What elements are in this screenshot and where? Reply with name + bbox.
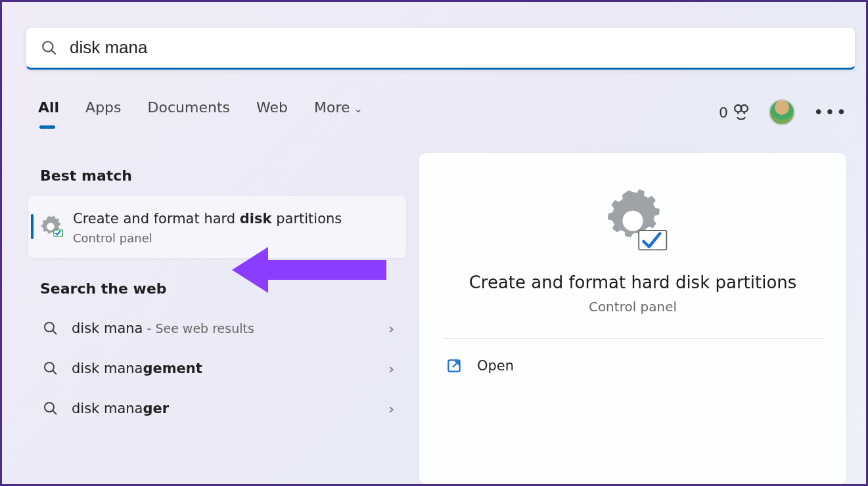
search-icon <box>43 401 58 416</box>
svg-point-8 <box>45 363 54 372</box>
open-action[interactable]: Open <box>439 339 827 393</box>
svg-line-9 <box>53 371 57 375</box>
search-icon <box>41 39 58 56</box>
header-right: 0 ••• <box>719 99 848 125</box>
rewards-badge[interactable]: 0 <box>719 103 750 121</box>
section-search-web: Search the web <box>40 280 406 297</box>
svg-line-1 <box>52 50 56 54</box>
best-match-subtitle: Control panel <box>73 231 342 245</box>
tab-web[interactable]: Web <box>256 99 288 127</box>
web-result-text: disk manager <box>72 401 375 416</box>
detail-title: Create and format hard disk partitions <box>439 273 827 292</box>
svg-point-12 <box>622 211 643 231</box>
tab-apps[interactable]: Apps <box>85 99 121 127</box>
search-bar[interactable] <box>26 27 856 70</box>
results-column: Best match Create and format hard disk p… <box>28 160 406 429</box>
search-icon <box>43 361 58 376</box>
svg-point-10 <box>45 403 54 412</box>
svg-point-6 <box>45 322 54 332</box>
open-label: Open <box>477 358 514 374</box>
tab-more[interactable]: More⌄ <box>314 99 363 127</box>
control-panel-gear-icon <box>37 213 64 240</box>
detail-panel: Create and format hard disk partitions C… <box>419 153 846 484</box>
search-icon <box>43 320 58 336</box>
tab-documents[interactable]: Documents <box>148 99 230 127</box>
best-match-title: Create and format hard disk partitions <box>73 209 342 230</box>
filter-tabs: All Apps Documents Web More⌄ <box>38 99 363 127</box>
chevron-right-icon: › <box>388 320 394 337</box>
svg-line-11 <box>53 411 57 415</box>
web-result-2[interactable]: disk manager › <box>28 389 406 429</box>
detail-subtitle: Control panel <box>439 299 827 315</box>
svg-point-0 <box>43 41 53 51</box>
control-panel-gear-icon <box>597 187 669 259</box>
web-result-text: disk management <box>72 361 375 376</box>
web-result-1[interactable]: disk management › <box>28 349 406 389</box>
trophy-icon <box>732 103 750 121</box>
chevron-right-icon: › <box>388 401 394 417</box>
chevron-down-icon: ⌄ <box>354 102 363 115</box>
avatar[interactable] <box>769 99 795 125</box>
section-best-match: Best match <box>40 167 406 184</box>
svg-line-7 <box>53 331 57 335</box>
web-result-0[interactable]: disk mana - See web results › <box>28 309 406 349</box>
best-match-item[interactable]: Create and format hard disk partitions C… <box>28 196 406 258</box>
tab-all[interactable]: All <box>38 99 59 127</box>
open-external-icon <box>445 357 463 374</box>
web-result-text: disk mana - See web results <box>72 320 375 336</box>
more-options-button[interactable]: ••• <box>813 102 848 122</box>
search-input[interactable] <box>70 37 840 58</box>
chevron-right-icon: › <box>388 361 394 377</box>
svg-point-4 <box>47 223 55 231</box>
